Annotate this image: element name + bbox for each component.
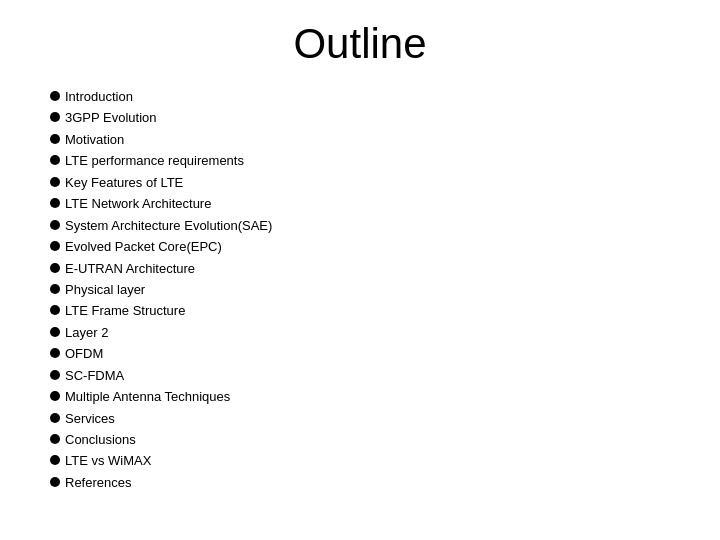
list-item-label: 3GPP Evolution <box>65 107 157 128</box>
list-item: E-UTRAN Architecture <box>50 258 272 279</box>
list-item: LTE Network Architecture <box>50 193 272 214</box>
list-item-label: Key Features of LTE <box>65 172 183 193</box>
bullet-icon <box>50 241 60 251</box>
list-item: Multiple Antenna Techniques <box>50 386 272 407</box>
bullet-icon <box>50 477 60 487</box>
bullet-icon <box>50 134 60 144</box>
list-item: Physical layer <box>50 279 272 300</box>
list-item-label: LTE performance requirements <box>65 150 244 171</box>
list-item-label: LTE Frame Structure <box>65 300 185 321</box>
list-item-label: Services <box>65 408 115 429</box>
list-item-label: Motivation <box>65 129 124 150</box>
bullet-icon <box>50 177 60 187</box>
bullet-icon <box>50 391 60 401</box>
bullet-icon <box>50 327 60 337</box>
list-item-label: OFDM <box>65 343 103 364</box>
list-item-label: LTE Network Architecture <box>65 193 211 214</box>
bullet-icon <box>50 112 60 122</box>
list-item-label: SC-FDMA <box>65 365 124 386</box>
list-item-label: Introduction <box>65 86 133 107</box>
list-item: Key Features of LTE <box>50 172 272 193</box>
bullet-icon <box>50 155 60 165</box>
list-item-label: Conclusions <box>65 429 136 450</box>
bullet-icon <box>50 91 60 101</box>
list-item: Evolved Packet Core(EPC) <box>50 236 272 257</box>
bullet-icon <box>50 455 60 465</box>
bullet-icon <box>50 348 60 358</box>
bullet-icon <box>50 413 60 423</box>
list-item-label: System Architecture Evolution(SAE) <box>65 215 272 236</box>
list-item-label: Physical layer <box>65 279 145 300</box>
list-item-label: Evolved Packet Core(EPC) <box>65 236 222 257</box>
list-item: Conclusions <box>50 429 272 450</box>
list-item-label: Layer 2 <box>65 322 108 343</box>
list-item: SC-FDMA <box>50 365 272 386</box>
bullet-icon <box>50 284 60 294</box>
bullet-icon <box>50 198 60 208</box>
outline-list: Introduction3GPP EvolutionMotivationLTE … <box>50 86 272 493</box>
list-item: 3GPP Evolution <box>50 107 272 128</box>
bullet-icon <box>50 220 60 230</box>
list-item: Introduction <box>50 86 272 107</box>
bullet-icon <box>50 263 60 273</box>
bullet-icon <box>50 305 60 315</box>
list-item: References <box>50 472 272 493</box>
slide-title: Outline <box>293 20 426 68</box>
list-item: LTE performance requirements <box>50 150 272 171</box>
bullet-icon <box>50 434 60 444</box>
list-item: LTE Frame Structure <box>50 300 272 321</box>
list-item: Services <box>50 408 272 429</box>
list-item-label: E-UTRAN Architecture <box>65 258 195 279</box>
bullet-icon <box>50 370 60 380</box>
list-item: Layer 2 <box>50 322 272 343</box>
list-item: LTE vs WiMAX <box>50 450 272 471</box>
list-item: System Architecture Evolution(SAE) <box>50 215 272 236</box>
list-item: Motivation <box>50 129 272 150</box>
slide-page: Outline Introduction3GPP EvolutionMotiva… <box>0 0 720 540</box>
list-item-label: References <box>65 472 131 493</box>
list-item: OFDM <box>50 343 272 364</box>
list-item-label: LTE vs WiMAX <box>65 450 151 471</box>
list-item-label: Multiple Antenna Techniques <box>65 386 230 407</box>
